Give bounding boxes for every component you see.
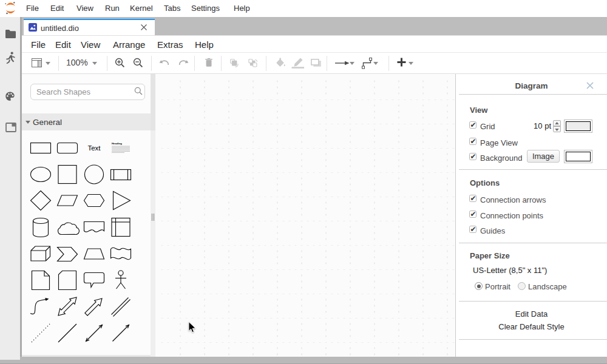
svg-text:Text: Text <box>87 144 101 152</box>
svg-text:Heading: Heading <box>112 142 122 145</box>
